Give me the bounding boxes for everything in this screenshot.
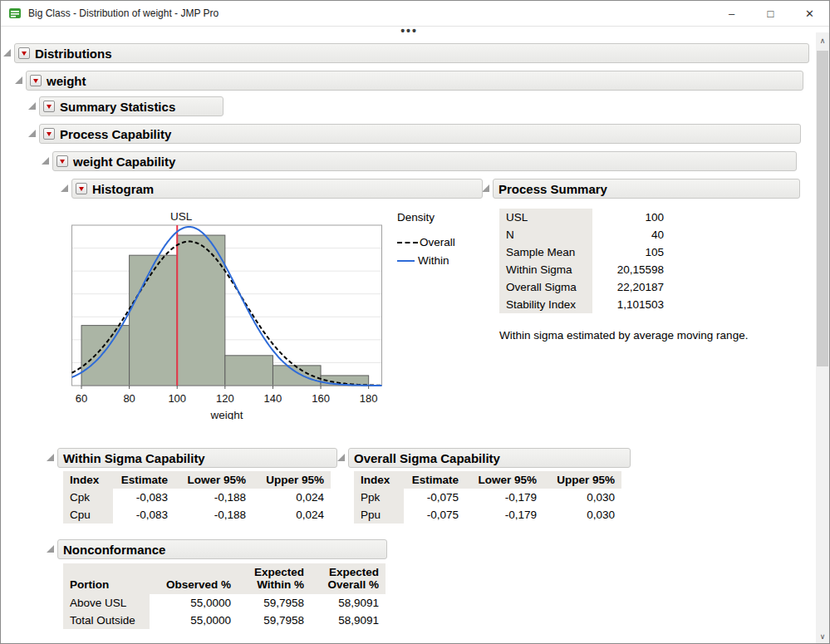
outline-header-within-sigma-capability[interactable]: Within Sigma Capability [57,448,337,468]
red-triangle-menu[interactable] [43,128,55,140]
column-header [150,563,238,578]
disclosure-triangle-process-capability[interactable] [28,130,36,137]
column-header: Estimate [404,471,465,489]
solid-line-icon [397,260,415,262]
table-cell: 0,024 [253,506,331,524]
column-header: Upper 95% [253,471,331,489]
red-triangle-menu[interactable] [43,101,55,112]
legend-entry-overall: Overall [397,236,455,248]
maximize-button[interactable]: □ [751,1,790,26]
column-header: Lower 95% [465,471,543,489]
within-sigma-capability-table: Index Estimate Lower 95% Upper 95% Cpk -… [63,471,331,524]
red-triangle-icon [47,105,52,109]
disclosure-triangle-process-summary[interactable] [482,184,489,192]
jmp-logo-icon [8,7,22,20]
vertical-scrollbar[interactable]: ∧ ∨ [816,32,829,644]
table-cell: 0,024 [253,489,331,506]
outline-title: weight [47,74,86,88]
histogram-plot[interactable]: 6080100120140160180weightUSL [71,209,386,420]
table-cell: 0,030 [543,506,621,524]
column-header: Index [63,471,113,489]
table-cell: -0,188 [174,489,253,506]
table-cell: -0,083 [113,506,174,524]
within-sigma-note: Within sigma estimated by average moving… [499,329,748,342]
column-header: Lower 95% [174,471,253,489]
table-cell: 55,0000 [150,612,238,629]
table-cell: 59,7958 [238,594,311,612]
table-row: Index Estimate Lower 95% Upper 95% [354,471,621,489]
svg-text:60: 60 [76,392,87,405]
column-header: Expected [238,563,311,578]
table-row: Index Estimate Lower 95% Upper 95% [63,471,331,489]
table-cell: 0,030 [543,489,621,506]
column-header: Index [354,471,404,489]
scroll-down-icon[interactable]: ∨ [816,630,829,643]
title-bar: Big Class - Distribution of weight - JMP… [1,1,829,27]
red-triangle-menu[interactable] [30,75,42,86]
svg-text:USL: USL [170,210,193,223]
disclosure-triangle-histogram[interactable] [61,184,68,192]
table-row: Cpu -0,083 -0,188 0,024 [63,506,331,524]
table-row: Portion Observed % Within % Overall % [63,578,386,594]
outline-header-nonconformance[interactable]: Nonconformance [57,539,387,559]
stat-label: Stability Index [499,296,592,313]
portion-label: Total Outside [63,612,150,629]
svg-text:100: 100 [168,392,186,405]
table-row: Total Outside 55,0000 59,7958 58,9091 [63,612,386,629]
legend-entry-within: Within [397,254,455,267]
outline-title: Histogram [92,182,154,196]
table-cell: -0,083 [113,489,174,506]
table-row: Within Sigma20,15598 [499,261,670,278]
svg-text:160: 160 [312,392,330,405]
red-triangle-icon [22,52,27,56]
outline-header-process-capability[interactable]: Process Capability [39,124,801,144]
nonconformance-table: Expected Expected Portion Observed % Wit… [63,563,386,629]
close-button[interactable]: ✕ [790,1,829,26]
disclosure-triangle-weight-capability[interactable] [42,157,49,165]
table-row: Cpk -0,083 -0,188 0,024 [63,489,331,506]
window-title: Big Class - Distribution of weight - JMP… [28,7,219,19]
outline-header-distributions[interactable]: Distributions [14,43,809,63]
column-header [63,563,150,578]
red-triangle-menu[interactable] [18,47,30,59]
disclosure-triangle-distributions[interactable] [3,49,11,57]
stat-label: Overall Sigma [499,278,592,296]
stat-label: N [499,226,592,243]
column-header: Portion [63,578,150,594]
outline-title: weight Capability [73,155,175,169]
outline-title: Overall Sigma Capability [354,451,500,465]
index-label: Ppu [354,506,404,524]
outline-title: Process Capability [60,127,171,141]
table-cell: 58,9091 [311,612,386,629]
minimize-button[interactable]: – [712,1,751,26]
table-cell: 58,9091 [311,594,386,612]
density-legend: Density Overall Within [397,211,455,267]
svg-text:weight: weight [209,409,243,420]
red-triangle-menu[interactable] [56,155,68,167]
disclosure-triangle-summary-statistics[interactable] [28,102,36,110]
column-header: Overall % [311,578,386,594]
stat-value: 1,101503 [592,296,670,313]
outline-header-overall-sigma-capability[interactable]: Overall Sigma Capability [348,448,631,468]
table-row: Above USL 55,0000 59,7958 58,9091 [63,594,386,612]
docking-grip[interactable]: ••• [1,26,818,36]
outline-header-weight-capability[interactable]: weight Capability [52,151,797,171]
outline-header-process-summary[interactable]: Process Summary [493,179,800,199]
scrollbar-thumb[interactable] [817,51,828,366]
outline-header-weight[interactable]: weight [26,71,803,91]
stat-value: 22,20187 [592,278,670,296]
outline-header-summary-statistics[interactable]: Summary Statistics [39,96,223,116]
disclosure-triangle-overall-sigma[interactable] [337,454,345,461]
red-triangle-menu[interactable] [76,183,87,194]
column-header: Observed % [150,578,238,594]
red-triangle-icon [79,187,84,191]
outline-title: Within Sigma Capability [63,451,205,465]
disclosure-triangle-weight[interactable] [15,76,22,84]
disclosure-triangle-within-sigma[interactable] [47,454,54,461]
scroll-up-icon[interactable]: ∧ [816,34,829,47]
table-row: Ppk -0,075 -0,179 0,030 [354,489,621,506]
process-summary-table: USL100 N40 Sample Mean105 Within Sigma20… [499,209,670,313]
legend-label: Overall [420,236,455,248]
disclosure-triangle-nonconformance[interactable] [47,545,54,553]
outline-header-histogram[interactable]: Histogram [71,179,483,199]
